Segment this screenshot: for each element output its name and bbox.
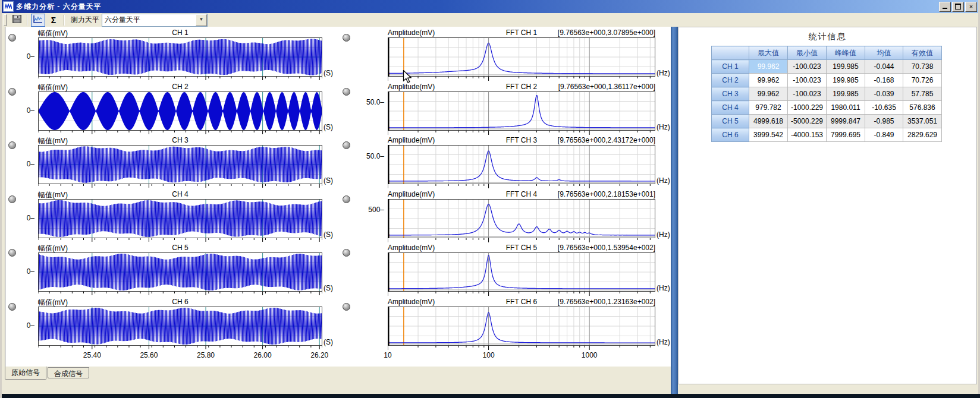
x-tick-label: 1000	[577, 351, 601, 359]
led-indicator	[8, 141, 16, 149]
stats-cell[interactable]: 3537.051	[903, 115, 942, 128]
stats-cell[interactable]: 199.985	[827, 87, 865, 101]
app-icon	[3, 1, 14, 12]
time-plot[interactable]	[38, 145, 322, 189]
device-combobox[interactable]: 六分量天平 ▼	[102, 14, 208, 27]
device-combobox-value: 六分量天平	[102, 15, 196, 25]
statistics-title: 统计信息	[679, 31, 976, 42]
stats-cell[interactable]: -1000.229	[788, 101, 827, 115]
waveform-view-button[interactable]	[31, 14, 45, 27]
time-plot[interactable]	[38, 37, 322, 81]
cursor-readout: [9.76563e+000,2.18153e+001]	[388, 190, 655, 198]
fft-plot[interactable]	[388, 37, 655, 81]
bottom-tab-bar: 原始信号 合成信号	[5, 367, 89, 381]
plot-panel: 幅值(mV)CH 10–(S)Amplitude(mV)FFT CH 1[9.7…	[5, 27, 674, 367]
close-button[interactable]: ✕	[965, 2, 977, 12]
stats-cell[interactable]: 576.836	[903, 101, 942, 115]
stats-cell[interactable]: 9999.847	[827, 115, 865, 128]
x-tick-label: 26.20	[307, 351, 331, 359]
device-label: 测力天平	[71, 15, 99, 25]
combobox-dropdown-icon[interactable]: ▼	[196, 14, 207, 26]
stats-cell[interactable]: -0.849	[865, 128, 903, 142]
time-plot[interactable]	[38, 199, 322, 243]
x-unit-label: (S)	[323, 123, 333, 131]
stats-cell[interactable]: 57.785	[903, 87, 942, 101]
stats-cell[interactable]: -0.168	[865, 74, 903, 87]
time-plot[interactable]	[38, 252, 322, 296]
stats-row-header[interactable]: CH 2	[712, 74, 749, 87]
led-indicator	[343, 88, 350, 96]
led-indicator	[343, 34, 350, 42]
plot-title: CH 6	[38, 298, 322, 306]
plot-title: CH 4	[38, 190, 322, 198]
stats-cell[interactable]: 70.738	[903, 60, 942, 74]
stats-cell[interactable]: -100.023	[788, 87, 827, 101]
stats-cell[interactable]: -5000.229	[788, 115, 827, 128]
stats-cell[interactable]: -4000.153	[788, 128, 827, 142]
stats-row-header[interactable]: CH 5	[712, 115, 749, 128]
stats-cell[interactable]: 99.962	[749, 74, 788, 87]
maximize-button[interactable]	[952, 2, 964, 12]
stats-cell[interactable]: -0.039	[865, 87, 903, 101]
stats-cell[interactable]: -100.023	[788, 60, 827, 74]
window-title: 多维力分析 - 六分量天平	[16, 2, 102, 12]
stats-cell[interactable]: 979.782	[749, 101, 788, 115]
stats-column-header: 有效值	[903, 46, 942, 60]
stats-cell[interactable]: 1980.011	[827, 101, 865, 115]
tab-original-signal[interactable]: 原始信号	[5, 367, 46, 380]
stats-row-header[interactable]: CH 1	[712, 60, 749, 74]
cursor-readout: [9.76563e+000,1.23163e+002]	[388, 298, 655, 306]
save-button[interactable]	[10, 14, 24, 27]
stats-cell[interactable]: 199.985	[827, 74, 865, 87]
cursor-readout: [9.76563e+000,1.36117e+000]	[388, 83, 655, 91]
stats-cell[interactable]: 199.985	[827, 60, 865, 74]
stats-cell[interactable]: 7999.695	[827, 128, 865, 142]
y-tick-label: 0–	[23, 267, 34, 276]
stats-row-header[interactable]: CH 3	[712, 87, 749, 101]
x-unit-label: (Hz)	[657, 284, 670, 292]
client-area: 幅值(mV)CH 10–(S)Amplitude(mV)FFT CH 1[9.7…	[2, 27, 978, 394]
led-indicator	[343, 141, 350, 149]
y-tick-label: 0–	[23, 160, 34, 168]
stats-cell[interactable]: 2829.629	[903, 128, 942, 142]
stats-cell[interactable]: 4999.618	[749, 115, 788, 128]
fft-plot[interactable]	[388, 199, 655, 243]
stats-cell[interactable]: 70.726	[903, 74, 942, 87]
stats-cell[interactable]: -10.635	[865, 101, 903, 115]
x-tick-label: 10	[376, 351, 400, 359]
fft-plot[interactable]	[388, 252, 655, 296]
plot-title: CH 5	[38, 244, 322, 252]
fft-plot[interactable]	[388, 145, 655, 189]
stats-cell-selected[interactable]: 99.962	[749, 60, 788, 74]
y-tick-label: 0–	[23, 214, 34, 222]
y-tick-label: 50.0–	[360, 152, 384, 160]
time-plot[interactable]	[38, 307, 322, 350]
panel-splitter[interactable]	[671, 27, 678, 394]
fft-plot[interactable]	[388, 307, 655, 350]
stats-row-header[interactable]: CH 6	[712, 128, 749, 142]
statistics-panel: 统计信息 最大值最小值峰峰值均值有效值CH 199.962-100.023199…	[678, 27, 977, 384]
sigma-icon: Σ	[51, 15, 56, 25]
stats-cell[interactable]: 3999.542	[749, 128, 788, 142]
toolbar-grip[interactable]	[4, 14, 7, 26]
stats-row-header[interactable]: CH 4	[712, 101, 749, 115]
x-unit-label: (S)	[323, 230, 333, 239]
stats-column-header: 均值	[865, 46, 903, 60]
x-tick-label: 25.80	[194, 351, 218, 359]
stats-cell[interactable]: -0.985	[865, 115, 903, 128]
bottom-edge	[2, 394, 980, 398]
sum-button[interactable]: Σ	[46, 14, 61, 27]
stats-cell[interactable]: 99.962	[749, 87, 788, 101]
tab-synthesized-signal[interactable]: 合成信号	[48, 367, 89, 378]
stats-cell[interactable]: -100.023	[788, 74, 827, 87]
stats-cell[interactable]: -0.044	[865, 60, 903, 74]
fft-plot[interactable]	[388, 91, 655, 135]
time-plot[interactable]	[38, 91, 322, 135]
x-unit-label: (S)	[323, 338, 333, 346]
x-tick-label: 25.40	[80, 351, 104, 359]
cursor-readout: [9.76563e+000,2.43172e+000]	[388, 136, 655, 144]
waveform-icon	[33, 15, 43, 25]
minimize-button[interactable]	[939, 2, 951, 12]
x-tick-label: 26.00	[251, 351, 275, 359]
title-bar[interactable]: 多维力分析 - 六分量天平 ✕	[2, 0, 978, 13]
